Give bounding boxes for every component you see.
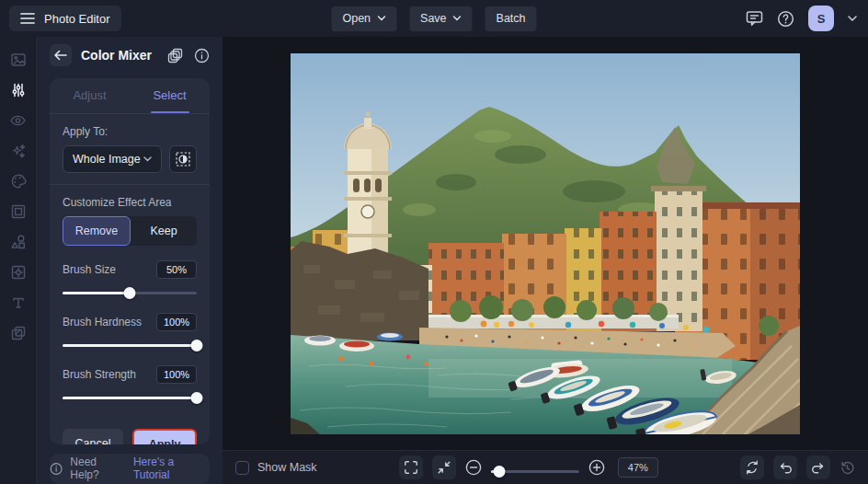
slider-label: Brush Size xyxy=(63,263,116,276)
rail-item-textures[interactable] xyxy=(0,257,37,287)
chevron-down-icon xyxy=(453,16,462,21)
remove-button[interactable]: Remove xyxy=(63,216,131,246)
panel-title: Color Mixer xyxy=(81,48,158,63)
slider-label: Brush Strength xyxy=(63,368,136,381)
rail-item-graphics[interactable] xyxy=(0,226,37,257)
chevron-down-icon xyxy=(143,156,152,162)
arrow-left-icon xyxy=(54,50,67,61)
history-reset-button[interactable] xyxy=(839,460,855,476)
rail-item-image-manager[interactable] xyxy=(0,44,37,75)
brush-size-control: Brush Size 50% xyxy=(63,260,197,300)
redo-button[interactable] xyxy=(806,455,830,479)
brush-hardness-slider[interactable] xyxy=(63,340,197,352)
palette-icon xyxy=(10,173,27,190)
invert-selection-icon xyxy=(176,152,190,167)
fit-to-screen-button[interactable] xyxy=(432,455,456,479)
slider-knob[interactable] xyxy=(494,466,506,478)
app-menu[interactable]: Photo Editor xyxy=(9,6,121,31)
rail-item-frames[interactable] xyxy=(0,196,37,226)
effect-area-toggle: Remove Keep xyxy=(63,216,197,246)
rail-item-artsy[interactable] xyxy=(0,166,37,196)
shapes-icon xyxy=(10,234,27,250)
info-icon xyxy=(194,48,210,63)
feedback-button[interactable] xyxy=(746,10,763,27)
rail-item-layers[interactable] xyxy=(0,317,37,348)
undo-icon xyxy=(778,460,793,475)
pages-icon xyxy=(167,48,183,63)
brush-hardness-control: Brush Hardness 100% xyxy=(63,313,197,352)
refresh-button[interactable] xyxy=(740,455,764,479)
frame-icon xyxy=(10,203,27,220)
batch-button[interactable]: Batch xyxy=(485,6,537,31)
undo-button[interactable] xyxy=(773,455,797,479)
hamburger-icon xyxy=(20,12,35,25)
question-icon xyxy=(777,10,794,28)
slider-knob[interactable] xyxy=(191,392,203,404)
color-mixer-card: Adjust Select Apply To: Whole Image Cu xyxy=(50,78,210,444)
expand-icon xyxy=(404,460,418,475)
tutorial-link-card[interactable]: Need Help? Here's a Tutorial xyxy=(50,454,210,484)
cancel-button[interactable]: Cancel xyxy=(63,429,123,444)
tool-rail xyxy=(0,37,37,484)
brush-size-slider[interactable] xyxy=(63,287,197,300)
minus-circle-icon xyxy=(465,459,482,476)
tutorial-link[interactable]: Here's a Tutorial xyxy=(133,455,210,481)
panel-tabs: Adjust Select xyxy=(50,78,210,114)
sync-icon xyxy=(745,460,760,475)
zoom-slider[interactable] xyxy=(491,466,579,478)
apply-to-select[interactable]: Whole Image xyxy=(63,145,162,173)
image-icon xyxy=(10,52,27,68)
help-prefix: Need Help? xyxy=(70,455,126,481)
slider-label: Brush Hardness xyxy=(63,316,142,328)
sliders-icon xyxy=(10,82,27,98)
chevron-down-icon xyxy=(377,16,385,21)
sparkles-icon xyxy=(10,143,27,159)
account-menu-button[interactable] xyxy=(848,16,857,21)
info-button[interactable] xyxy=(194,48,210,63)
show-mask-label: Show Mask xyxy=(257,461,317,474)
fullscreen-button[interactable] xyxy=(399,455,423,479)
avatar-initial: S xyxy=(817,12,826,26)
open-button[interactable]: Open xyxy=(331,6,396,31)
rail-item-text[interactable] xyxy=(0,287,37,317)
canvas-photo[interactable] xyxy=(291,53,800,434)
zoom-in-button[interactable] xyxy=(588,459,605,476)
apply-button[interactable]: Apply xyxy=(132,429,197,444)
rail-item-touch-up[interactable] xyxy=(0,105,37,135)
invert-mask-button[interactable] xyxy=(169,145,197,173)
comment-icon xyxy=(746,10,763,27)
slider-value: 100% xyxy=(156,365,197,384)
save-button[interactable]: Save xyxy=(409,6,473,31)
help-button[interactable] xyxy=(777,10,794,28)
history-icon xyxy=(839,460,855,476)
plus-circle-icon xyxy=(588,459,605,476)
zoom-out-button[interactable] xyxy=(465,459,482,476)
avatar[interactable]: S xyxy=(808,6,834,31)
collapse-icon xyxy=(437,460,451,475)
redo-icon xyxy=(811,460,826,475)
tab-adjust[interactable]: Adjust xyxy=(50,78,130,113)
show-mask-checkbox[interactable] xyxy=(235,461,249,475)
rail-item-effects[interactable] xyxy=(0,135,37,166)
keep-button[interactable]: Keep xyxy=(131,216,197,246)
slider-value: 50% xyxy=(156,260,197,279)
app-title: Photo Editor xyxy=(44,12,110,26)
texture-icon xyxy=(10,264,27,281)
slider-knob[interactable] xyxy=(191,340,203,351)
file-actions: Open Save Batch xyxy=(331,6,536,31)
canvas-area xyxy=(223,37,868,450)
top-bar: Photo Editor Open Save Batch S xyxy=(0,0,868,37)
zoom-value[interactable]: 47% xyxy=(618,457,658,478)
color-mixer-panel: Color Mixer Adjust Select Apply To: Who xyxy=(37,37,223,484)
collage-icon xyxy=(10,325,27,341)
duplicate-effect-button[interactable] xyxy=(167,48,183,63)
slider-knob[interactable] xyxy=(124,287,136,299)
tab-select[interactable]: Select xyxy=(130,78,210,113)
back-button[interactable] xyxy=(50,44,72,66)
rail-item-adjustments[interactable] xyxy=(0,75,37,105)
brush-strength-control: Brush Strength 100% xyxy=(63,365,197,405)
brush-strength-slider[interactable] xyxy=(63,392,197,405)
apply-to-label: Apply To: xyxy=(63,125,197,138)
bottom-bar: Show Mask 47% xyxy=(223,450,868,484)
slider-value: 100% xyxy=(156,313,197,331)
